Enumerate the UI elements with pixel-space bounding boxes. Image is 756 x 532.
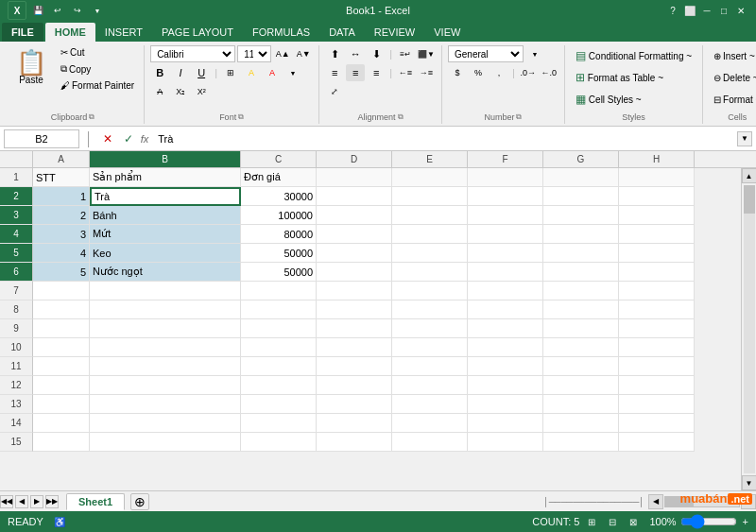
help-button[interactable]: ?	[665, 3, 680, 18]
list-item[interactable]	[468, 244, 543, 263]
list-item[interactable]: Trà	[90, 187, 241, 206]
list-item[interactable]: Nước ngọt	[90, 263, 241, 282]
sheet-last-button[interactable]: ▶▶	[45, 495, 59, 508]
list-item[interactable]: Keo	[90, 244, 241, 263]
row-number-5[interactable]: 5	[0, 244, 33, 263]
font-size-select[interactable]: 11	[237, 45, 271, 62]
row-number-6[interactable]: 6	[0, 263, 33, 282]
border-button[interactable]: ⊞	[221, 64, 240, 81]
font-color-button[interactable]: A	[263, 64, 282, 81]
list-item[interactable]	[317, 376, 392, 395]
list-item[interactable]	[468, 319, 543, 338]
list-item[interactable]	[241, 433, 317, 452]
sheet-tab-sheet1[interactable]: Sheet1	[66, 493, 125, 510]
strikethrough-button[interactable]: A	[150, 83, 169, 100]
list-item[interactable]	[392, 433, 468, 452]
col-header-g[interactable]: G	[543, 151, 619, 167]
list-item[interactable]	[241, 319, 317, 338]
list-item[interactable]: Sản phẩm	[90, 168, 241, 187]
list-item[interactable]	[392, 187, 468, 206]
number-dropdown[interactable]: ▼	[525, 45, 544, 62]
list-item[interactable]	[619, 282, 695, 300]
list-item[interactable]: 80000	[241, 225, 317, 244]
list-item[interactable]: Bánh	[90, 206, 241, 225]
hscroll-right-button[interactable]: ▶	[741, 494, 756, 509]
cut-button[interactable]: ✂ Cut	[57, 45, 138, 60]
list-item[interactable]	[317, 225, 392, 244]
list-item[interactable]: 30000	[241, 187, 317, 206]
list-item[interactable]	[619, 244, 695, 263]
col-header-f[interactable]: F	[468, 151, 543, 167]
list-item[interactable]	[619, 433, 695, 452]
list-item[interactable]	[392, 395, 468, 414]
sheet-next-button[interactable]: ▶	[30, 495, 43, 508]
subscript-button[interactable]: X₂	[171, 83, 190, 100]
list-item[interactable]	[543, 263, 619, 282]
list-item[interactable]	[619, 168, 695, 187]
list-item[interactable]	[33, 433, 90, 452]
wrap-text-button[interactable]: ≡↵	[396, 45, 415, 62]
list-item[interactable]	[90, 282, 241, 300]
list-item[interactable]	[468, 300, 543, 319]
tab-formulas[interactable]: FORMULAS	[243, 23, 319, 42]
increase-decimal-button[interactable]: .0→	[519, 64, 538, 81]
name-box[interactable]	[4, 129, 79, 148]
list-item[interactable]	[33, 282, 90, 300]
tab-data[interactable]: DATA	[319, 23, 365, 42]
list-item[interactable]	[468, 357, 543, 376]
list-item[interactable]	[90, 433, 241, 452]
col-header-a[interactable]: A	[33, 151, 90, 167]
list-item[interactable]: 3	[33, 225, 90, 244]
list-item[interactable]	[468, 414, 543, 433]
list-item[interactable]	[392, 357, 468, 376]
col-header-e[interactable]: E	[392, 151, 468, 167]
accessibility-button[interactable]: ♿	[51, 514, 68, 529]
row-number-2[interactable]: 2	[0, 187, 33, 206]
cancel-formula-button[interactable]: ✕	[99, 130, 116, 147]
row-number-1[interactable]: 1	[0, 168, 33, 187]
list-item[interactable]	[317, 187, 392, 206]
bold-button[interactable]: B	[150, 64, 169, 81]
list-item[interactable]	[619, 187, 695, 206]
fill-color-button[interactable]: A	[242, 64, 261, 81]
minimize-button[interactable]: ─	[699, 3, 714, 18]
decrease-font-button[interactable]: A▼	[294, 45, 313, 62]
list-item[interactable]	[543, 206, 619, 225]
list-item[interactable]	[317, 414, 392, 433]
list-item[interactable]	[33, 338, 90, 357]
list-item[interactable]	[317, 338, 392, 357]
font-color-dropdown[interactable]: ▼	[284, 64, 302, 81]
list-item[interactable]	[468, 395, 543, 414]
zoom-slider[interactable]	[680, 516, 737, 527]
list-item[interactable]	[468, 282, 543, 300]
list-item[interactable]	[90, 395, 241, 414]
list-item[interactable]	[543, 376, 619, 395]
comma-button[interactable]: ,	[490, 64, 508, 81]
underline-button[interactable]: U	[192, 64, 211, 81]
list-item[interactable]	[543, 282, 619, 300]
list-item[interactable]	[468, 433, 543, 452]
list-item[interactable]	[317, 433, 392, 452]
row-number-13[interactable]: 13	[0, 395, 33, 414]
font-name-select[interactable]: Calibri	[150, 45, 235, 62]
scroll-down-button[interactable]: ▼	[742, 475, 757, 490]
list-item[interactable]	[619, 357, 695, 376]
row-number-4[interactable]: 4	[0, 225, 33, 244]
list-item[interactable]: Mứt	[90, 225, 241, 244]
list-item[interactable]	[468, 187, 543, 206]
list-item[interactable]	[468, 263, 543, 282]
tab-home[interactable]: HOME	[45, 23, 95, 42]
list-item[interactable]: STT	[33, 168, 90, 187]
superscript-button[interactable]: X²	[192, 83, 211, 100]
list-item[interactable]	[90, 376, 241, 395]
row-number-7[interactable]: 7	[0, 282, 33, 300]
hscroll-left-button[interactable]: ◀	[648, 494, 663, 509]
list-item[interactable]	[392, 319, 468, 338]
list-item[interactable]	[90, 338, 241, 357]
list-item[interactable]: 2	[33, 206, 90, 225]
list-item[interactable]	[392, 376, 468, 395]
format-painter-button[interactable]: 🖌 Format Painter	[57, 78, 138, 93]
paste-button[interactable]: 📋 Paste	[8, 45, 55, 90]
list-item[interactable]	[468, 206, 543, 225]
list-item[interactable]	[241, 414, 317, 433]
